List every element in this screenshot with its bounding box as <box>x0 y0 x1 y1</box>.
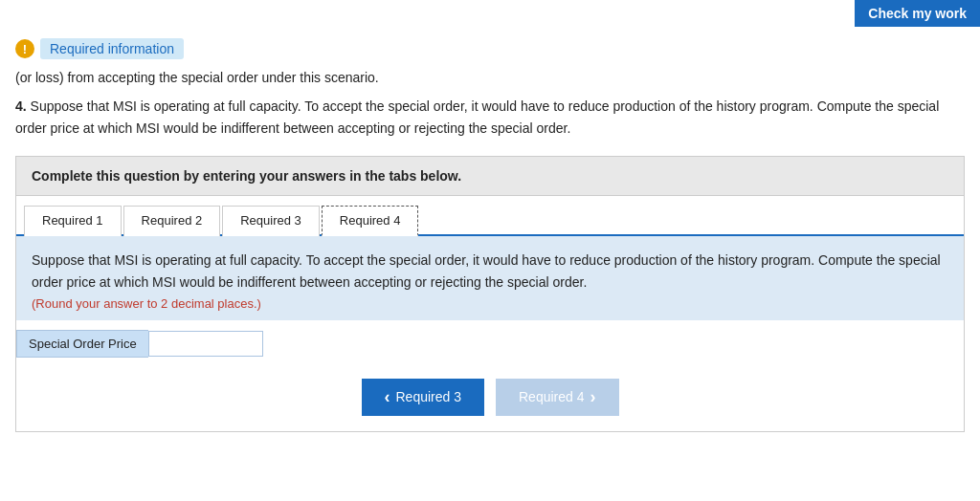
round-note: (Round your answer to 2 decimal places.) <box>32 296 948 311</box>
tab-content-area: Suppose that MSI is operating at full ca… <box>16 236 964 320</box>
check-my-work-button[interactable]: Check my work <box>855 0 980 27</box>
question-header: Complete this question by entering your … <box>16 157 964 196</box>
special-order-price-input[interactable] <box>148 331 263 357</box>
next-chevron-icon <box>590 387 596 407</box>
prev-button[interactable]: Required 3 <box>362 379 485 416</box>
required-info-text: Required information <box>40 38 184 59</box>
body-text-line2: 4. Suppose that MSI is operating at full… <box>15 96 965 139</box>
tabs-row: Required 1 Required 2 Required 3 Require… <box>16 196 964 236</box>
tab-content-text: Suppose that MSI is operating at full ca… <box>32 250 948 293</box>
next-button: Required 4 <box>496 379 619 416</box>
nav-buttons: Required 3 Required 4 <box>16 369 964 431</box>
prev-button-label: Required 3 <box>396 389 462 404</box>
required-info-banner: ! Required information <box>15 38 965 59</box>
body-text-line1: (or loss) from accepting the special ord… <box>15 67 965 88</box>
required-info-icon: ! <box>15 39 34 58</box>
tab-required-1[interactable]: Required 1 <box>24 206 122 236</box>
prev-chevron-icon <box>385 387 390 407</box>
tab-required-4[interactable]: Required 4 <box>322 206 419 236</box>
next-button-label: Required 4 <box>519 389 585 404</box>
answer-label: Special Order Price <box>16 330 148 358</box>
tab-required-3[interactable]: Required 3 <box>222 206 320 236</box>
answer-row: Special Order Price <box>16 330 263 358</box>
tab-required-2[interactable]: Required 2 <box>123 206 221 236</box>
question-container: Complete this question by entering your … <box>15 156 965 432</box>
